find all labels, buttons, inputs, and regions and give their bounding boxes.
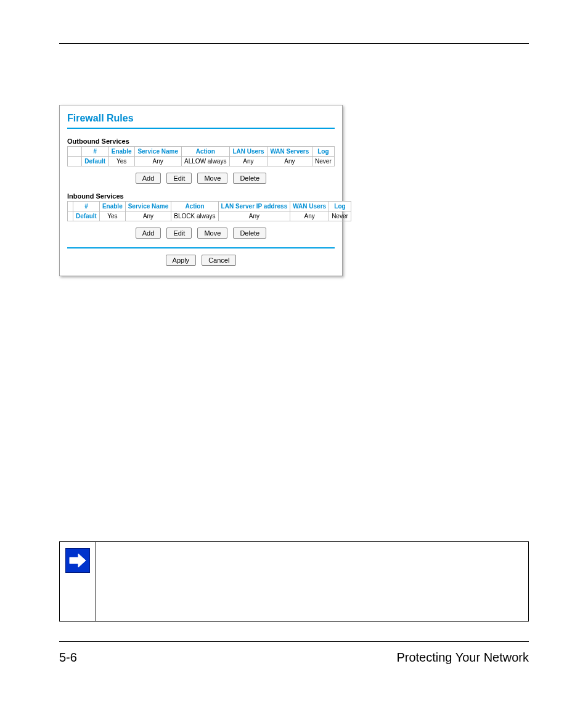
col-select — [68, 202, 73, 211]
add-button[interactable]: Add — [136, 173, 161, 184]
cell-enable: Yes — [108, 157, 134, 166]
top-rule — [59, 43, 529, 44]
cancel-button[interactable]: Cancel — [202, 255, 236, 266]
col-lan-users: LAN Users — [229, 147, 267, 157]
cell-number[interactable]: Default — [82, 157, 109, 166]
col-wan-servers: WAN Servers — [267, 147, 312, 157]
section-title: Protecting Your Network — [396, 651, 529, 665]
apply-button[interactable]: Apply — [166, 255, 197, 266]
col-wan-users: WAN Users — [290, 202, 329, 211]
inbound-services-label: Inbound Services — [67, 192, 335, 200]
cell-action: BLOCK always — [171, 211, 218, 221]
cell-log: Never — [312, 157, 334, 166]
divider — [67, 247, 335, 248]
col-lan-ip: LAN Server IP address — [218, 202, 290, 211]
move-button[interactable]: Move — [197, 173, 227, 184]
col-action: Action — [171, 202, 218, 211]
cell-number[interactable]: Default — [73, 211, 100, 221]
cell-service-name: Any — [125, 211, 171, 221]
delete-button[interactable]: Delete — [233, 228, 266, 239]
col-select — [68, 147, 82, 157]
note-box — [59, 541, 529, 622]
cell-lan-ip: Any — [218, 211, 290, 221]
note-text-cell — [96, 542, 529, 622]
col-enable: Enable — [108, 147, 134, 157]
inbound-services-table: # Enable Service Name Action LAN Server … — [67, 201, 351, 221]
svg-marker-0 — [70, 554, 86, 567]
cell-wan-servers: Any — [267, 157, 312, 166]
cell-enable: Yes — [99, 211, 125, 221]
cell-wan-users: Any — [290, 211, 329, 221]
form-button-row: Apply Cancel — [67, 255, 335, 266]
page-number: 5-6 — [59, 651, 77, 665]
move-button[interactable]: Move — [197, 228, 227, 239]
cell-select[interactable] — [68, 211, 73, 221]
cell-log: Never — [329, 211, 351, 221]
col-log: Log — [312, 147, 334, 157]
col-action: Action — [181, 147, 229, 157]
table-row[interactable]: Default Yes Any ALLOW always Any Any Nev… — [68, 157, 335, 166]
col-service-name: Service Name — [134, 147, 181, 157]
col-enable: Enable — [99, 202, 125, 211]
edit-button[interactable]: Edit — [166, 228, 192, 239]
inbound-button-row: Add Edit Move Delete — [67, 228, 335, 239]
cell-action: ALLOW always — [181, 157, 229, 166]
outbound-services-label: Outbound Services — [67, 138, 335, 145]
col-service-name: Service Name — [125, 202, 171, 211]
table-row[interactable]: Default Yes Any BLOCK always Any Any Nev… — [68, 211, 351, 221]
cell-lan-users: Any — [229, 157, 267, 166]
col-number: # — [82, 147, 109, 157]
outbound-services-table: # Enable Service Name Action LAN Users W… — [67, 146, 335, 166]
firewall-rules-panel: Firewall Rules Outbound Services # Enabl… — [59, 105, 343, 276]
arrow-right-icon — [65, 548, 90, 573]
outbound-button-row: Add Edit Move Delete — [67, 173, 335, 184]
note-icon-cell — [60, 542, 96, 622]
delete-button[interactable]: Delete — [233, 173, 266, 184]
col-log: Log — [329, 202, 351, 211]
panel-title: Firewall Rules — [67, 113, 335, 124]
edit-button[interactable]: Edit — [166, 173, 192, 184]
add-button[interactable]: Add — [136, 228, 161, 239]
divider — [67, 128, 335, 129]
cell-service-name: Any — [134, 157, 181, 166]
col-number: # — [73, 202, 100, 211]
bottom-rule — [59, 641, 529, 642]
cell-select[interactable] — [68, 157, 82, 166]
